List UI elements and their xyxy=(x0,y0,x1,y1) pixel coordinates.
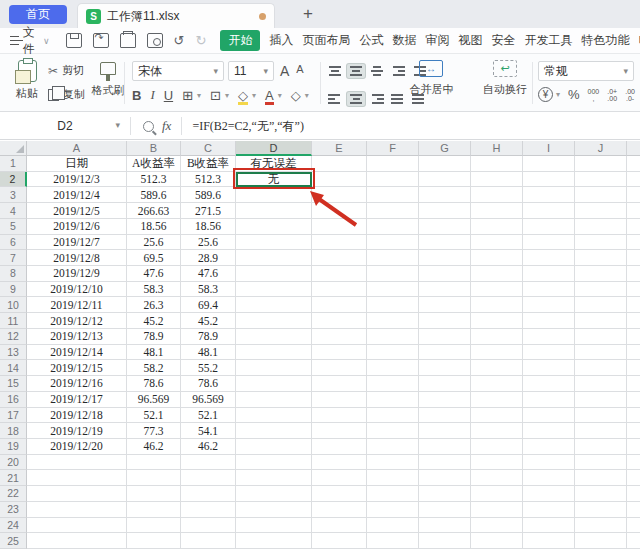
cell-A25[interactable] xyxy=(27,533,127,549)
cell-B18[interactable]: 77.3 xyxy=(127,423,181,439)
cell-D13[interactable] xyxy=(236,345,312,361)
cell-I18[interactable] xyxy=(523,423,575,439)
cell-G5[interactable] xyxy=(419,219,471,235)
cell-B6[interactable]: 25.6 xyxy=(127,235,181,251)
paste-button[interactable]: 粘贴 xyxy=(10,60,44,106)
cell-E22[interactable] xyxy=(312,486,367,502)
cell-I1[interactable] xyxy=(523,156,575,172)
cell-A15[interactable]: 2019/12/16 xyxy=(27,376,127,392)
cell-shading-icon[interactable]: ⊡ xyxy=(210,88,221,103)
cell-A19[interactable]: 2019/12/20 xyxy=(27,439,127,455)
cell-C12[interactable]: 78.9 xyxy=(181,329,236,345)
bold-button[interactable]: B xyxy=(132,88,141,103)
cell-E20[interactable] xyxy=(312,455,367,471)
cell-E16[interactable] xyxy=(312,392,367,408)
row-header-24[interactable]: 24 xyxy=(0,518,27,534)
row-header-12[interactable]: 12 xyxy=(0,329,27,345)
cell-F23[interactable] xyxy=(367,502,419,518)
cell-F22[interactable] xyxy=(367,486,419,502)
cell-E6[interactable] xyxy=(312,235,367,251)
cell-C2[interactable]: 512.3 xyxy=(181,172,236,188)
cell-A4[interactable]: 2019/12/5 xyxy=(27,203,127,219)
cell-B16[interactable]: 96.569 xyxy=(127,392,181,408)
cell-D22[interactable] xyxy=(236,486,312,502)
cell-A12[interactable]: 2019/12/13 xyxy=(27,329,127,345)
cell-H11[interactable] xyxy=(471,313,523,329)
cell-A6[interactable]: 2019/12/7 xyxy=(27,235,127,251)
tab-developer[interactable]: 开发工具 xyxy=(524,32,572,49)
cell-H23[interactable] xyxy=(471,502,523,518)
cell-F8[interactable] xyxy=(367,266,419,282)
align-center-icon[interactable] xyxy=(347,92,365,106)
cell-E8[interactable] xyxy=(312,266,367,282)
cell-C15[interactable]: 78.6 xyxy=(181,376,236,392)
cell-G2[interactable] xyxy=(419,172,471,188)
cell-J24[interactable] xyxy=(575,518,627,534)
cell-E11[interactable] xyxy=(312,313,367,329)
column-header-G[interactable]: G xyxy=(419,141,471,156)
cell-J25[interactable] xyxy=(575,533,627,549)
cell-E7[interactable] xyxy=(312,250,367,266)
file-menu[interactable]: 文件 ∨ xyxy=(10,24,50,58)
column-header-H[interactable]: H xyxy=(471,141,523,156)
cell-H15[interactable] xyxy=(471,376,523,392)
row-header-5[interactable]: 5 xyxy=(0,219,27,235)
cell-I6[interactable] xyxy=(523,235,575,251)
cell-A5[interactable]: 2019/12/6 xyxy=(27,219,127,235)
cell-G13[interactable] xyxy=(419,345,471,361)
cell-A10[interactable]: 2019/12/11 xyxy=(27,297,127,313)
cell-J2[interactable] xyxy=(575,172,627,188)
align-left-icon[interactable] xyxy=(326,92,344,106)
cell-D16[interactable] xyxy=(236,392,312,408)
row-header-3[interactable]: 3 xyxy=(0,187,27,203)
cell-E5[interactable] xyxy=(312,219,367,235)
cell-B9[interactable]: 58.3 xyxy=(127,282,181,298)
cell-C24[interactable] xyxy=(181,518,236,534)
tab-data[interactable]: 数据 xyxy=(392,32,416,49)
cell-B12[interactable]: 78.9 xyxy=(127,329,181,345)
cell-G22[interactable] xyxy=(419,486,471,502)
cell-F4[interactable] xyxy=(367,203,419,219)
cell-F15[interactable] xyxy=(367,376,419,392)
cell-E12[interactable] xyxy=(312,329,367,345)
cell-H6[interactable] xyxy=(471,235,523,251)
cell-A7[interactable]: 2019/12/8 xyxy=(27,250,127,266)
cell-D5[interactable] xyxy=(236,219,312,235)
cell-H3[interactable] xyxy=(471,187,523,203)
cell-G17[interactable] xyxy=(419,408,471,424)
cell-D19[interactable] xyxy=(236,439,312,455)
cell-A1[interactable]: 日期 xyxy=(27,156,127,172)
tab-insert[interactable]: 插入 xyxy=(269,32,293,49)
cell-H19[interactable] xyxy=(471,439,523,455)
cell-D25[interactable] xyxy=(236,533,312,549)
cell-A9[interactable]: 2019/12/10 xyxy=(27,282,127,298)
cell-H5[interactable] xyxy=(471,219,523,235)
row-header-14[interactable]: 14 xyxy=(0,360,27,376)
cell-H8[interactable] xyxy=(471,266,523,282)
row-header-6[interactable]: 6 xyxy=(0,235,27,251)
cell-I23[interactable] xyxy=(523,502,575,518)
cell-D1[interactable]: 有无误差 xyxy=(236,156,312,172)
cell-C1[interactable]: B收益率 xyxy=(181,156,236,172)
clear-format-icon[interactable]: ◇ xyxy=(291,88,301,103)
cell-F11[interactable] xyxy=(367,313,419,329)
cell-E2[interactable] xyxy=(312,172,367,188)
cell-I11[interactable] xyxy=(523,313,575,329)
cell-D3[interactable] xyxy=(236,187,312,203)
cell-B13[interactable]: 48.1 xyxy=(127,345,181,361)
cell-B7[interactable]: 69.5 xyxy=(127,250,181,266)
cell-G9[interactable] xyxy=(419,282,471,298)
cell-B22[interactable] xyxy=(127,486,181,502)
cell-D21[interactable] xyxy=(236,470,312,486)
cell-G12[interactable] xyxy=(419,329,471,345)
cell-G6[interactable] xyxy=(419,235,471,251)
currency-icon[interactable]: ¥ xyxy=(538,87,553,102)
cell-I12[interactable] xyxy=(523,329,575,345)
cell-C4[interactable]: 271.5 xyxy=(181,203,236,219)
row-header-2[interactable]: 2 xyxy=(0,172,27,188)
cell-G8[interactable] xyxy=(419,266,471,282)
cell-F7[interactable] xyxy=(367,250,419,266)
cell-F9[interactable] xyxy=(367,282,419,298)
cell-A17[interactable]: 2019/12/18 xyxy=(27,408,127,424)
cell-D7[interactable] xyxy=(236,250,312,266)
